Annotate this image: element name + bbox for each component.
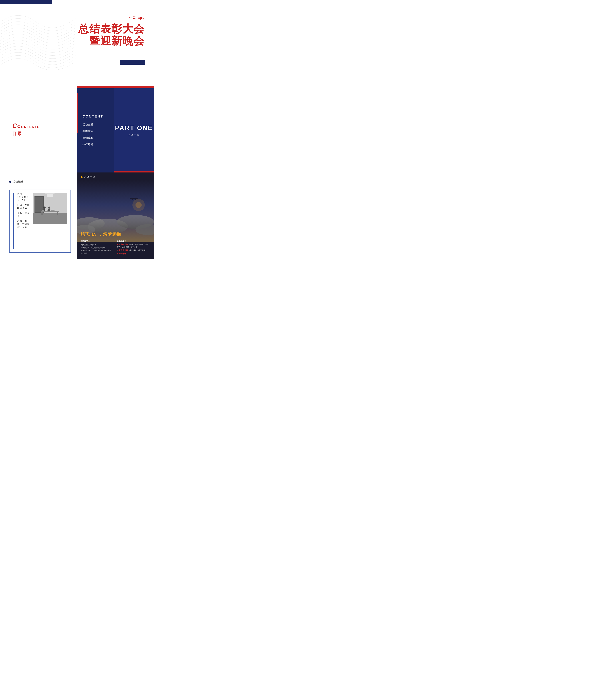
blue-accent-rect: [120, 60, 145, 65]
theme-details: 主题解释： logo 形象，展翅高飞； 开创新领域，美好前景·筑梦远航； 选址凯…: [81, 240, 150, 256]
slide-overview: 活动概述 日期：2019 年 1 月 18 日 地点：深圳凯宾酒店 人数：300…: [0, 173, 154, 259]
theme-desc-2: 开创新领域，美好前景·筑梦远航；: [81, 246, 114, 249]
red-top-bar: [77, 86, 154, 88]
alt-label: 备选主题：: [117, 240, 150, 242]
svg-rect-6: [41, 212, 43, 215]
svg-rect-12: [47, 194, 53, 197]
svg-rect-10: [52, 210, 55, 211]
alt-themes: 备选主题： 1. 纵横·无止境 （探索、开辟新领域、资源整合、合纵连横、而无止境…: [117, 240, 150, 256]
title-content: 生活 app 总结表彰大会 暨迎新晚会: [78, 15, 145, 47]
left-accent: [13, 193, 14, 249]
right-header: 活动主题: [77, 173, 154, 180]
content-heading: CONTENT: [80, 114, 114, 118]
slide-title: 生活 app 总结表彰大会 暨迎新晚会: [0, 0, 154, 86]
svg-rect-11: [45, 193, 55, 194]
contents-right: CONTENT 活动主题 氛围布置 活动流程 执行服务 PART ONE 活动主…: [77, 86, 154, 173]
menu-item-2: 氛围布置: [80, 130, 114, 133]
red-accent-bar: [77, 93, 78, 133]
alt-item-3: 3. 聚变·致远: [117, 252, 150, 255]
contents-left: CContents 目录: [0, 86, 77, 173]
svg-rect-7: [57, 212, 58, 215]
svg-rect-14: [44, 209, 45, 212]
sky-scene: 腾飞 19 ，筑梦远航 主题解释： logo 形象，展翅高飞； 开创新领域，美好…: [77, 180, 154, 259]
section-label-overview: 活动概述: [9, 180, 71, 183]
svg-rect-16: [48, 209, 50, 212]
menu-item-4: 执行服务: [80, 143, 114, 146]
activity-photo: [33, 193, 67, 224]
right-dot: [81, 176, 82, 178]
svg-point-15: [48, 206, 50, 209]
navy-menu-box: CONTENT 活动主题 氛围布置 活动流程 执行服务: [77, 88, 114, 173]
section-dot: [9, 181, 11, 183]
activity-info: 日期：2019 年 1 月 18 日 地点：深圳凯宾酒店 人数：300 人 内容…: [17, 193, 30, 231]
svg-point-24: [136, 202, 142, 208]
part-one-subtitle: 活动主题: [128, 134, 140, 137]
wave-decoration: [0, 6, 76, 77]
info-date: 日期：2019 年 1 月 18 日: [17, 193, 30, 202]
theme-right: 活动主题: [77, 173, 154, 259]
contents-label: CContents: [12, 122, 40, 130]
right-label-text: 活动主题: [84, 176, 95, 179]
theme-explanation: 主题解释： logo 形象，展翅高飞； 开创新领域，美好前景·筑梦远航； 选址凯…: [81, 240, 114, 256]
part-one-title: PART ONE: [115, 124, 153, 132]
top-bar: [0, 0, 52, 4]
info-count: 人数：300 人: [17, 212, 30, 218]
part-one-box: PART ONE 活动主题: [114, 88, 154, 173]
alt-item-1: 1. 纵横·无止境 （探索、开辟新领域、资源整合、合纵连横、而无止境）: [117, 243, 150, 248]
svg-point-13: [43, 206, 45, 209]
info-location: 地点：深圳凯宾酒店: [17, 204, 30, 210]
menu-item-1: 活动主题: [80, 123, 114, 126]
svg-rect-1: [33, 213, 67, 224]
section-label-text: 活动概述: [13, 180, 24, 183]
info-content: 内容：颁奖、节目表演、互动: [17, 220, 30, 229]
theme-label: 主题解释：: [81, 240, 114, 242]
alt-item-2: 2. 聚变·无止境 （聚沙成塔、共享共赢）: [117, 249, 150, 252]
slide-contents: CContents 目录 CONTENT 活动主题 氛围布置 活动流程 执行服务…: [0, 86, 154, 173]
main-theme-text: 腾飞 19 ，筑梦远航: [81, 231, 150, 237]
menu-item-3: 活动流程: [80, 136, 114, 140]
overview-left: 活动概述 日期：2019 年 1 月 18 日 地点：深圳凯宾酒店 人数：300…: [0, 173, 77, 259]
slide-subtitle: 生活 app: [78, 15, 145, 20]
red-bottom-bar: [114, 171, 154, 173]
theme-desc-3: 选址凯宾酒店，与停机坪相邻，呼应主题，借势腾飞。: [81, 249, 114, 255]
main-title: 总结表彰大会 暨迎新晚会: [78, 23, 145, 47]
contents-cn: 目录: [12, 131, 23, 137]
svg-rect-4: [35, 197, 43, 212]
theme-desc-1: logo 形象，展翅高飞；: [81, 243, 114, 246]
activity-card: 日期：2019 年 1 月 18 日 地点：深圳凯宾酒店 人数：300 人 内容…: [9, 190, 71, 253]
